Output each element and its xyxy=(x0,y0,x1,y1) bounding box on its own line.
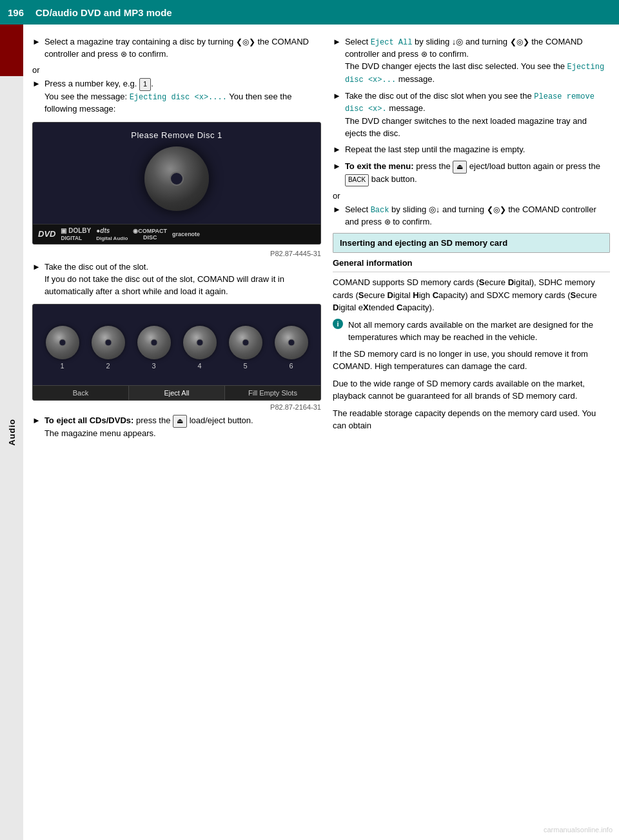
right-bullet-4: ► To exit the menu: press the ⏏ eject/lo… xyxy=(333,161,610,186)
or-line-1: or xyxy=(32,65,321,75)
general-info-para1: COMAND supports SD memory cards (Secure … xyxy=(333,276,610,314)
left-column: ► Select a magazine tray containing a di… xyxy=(32,36,321,834)
dvd-logo-disc: ◉COMPACTDISC xyxy=(133,228,167,241)
magazine-tray-image: 1 2 3 4 5 xyxy=(32,304,321,401)
bullet-item-4: ► To eject all CDs/DVDs: press the ⏏ loa… xyxy=(32,415,321,440)
disc-small-1 xyxy=(46,326,79,359)
tray-disc-3: 3 xyxy=(137,326,171,370)
tray-back-btn[interactable]: Back xyxy=(33,386,129,400)
divider xyxy=(333,272,610,272)
right-arrow-1: ► xyxy=(333,37,341,46)
tray-disc-4: 4 xyxy=(183,326,217,370)
bullet-item-2: ► Press a number key, e.g. 1. You see th… xyxy=(32,78,321,115)
dvd-logo-gracenote: gracenote xyxy=(172,231,200,237)
bullet-text-2: Press a number key, e.g. 1. You see the … xyxy=(44,78,321,115)
right-bullet-1: ► Select Eject All by sliding ↓◎ and tur… xyxy=(333,36,610,86)
bullet-arrow-3: ► xyxy=(32,262,41,272)
dvd-screen-title: Please Remove Disc 1 xyxy=(33,123,320,140)
tray-disc-1: 1 xyxy=(46,326,79,370)
disc-num-6: 6 xyxy=(289,362,293,370)
tray-disc-2: 2 xyxy=(92,326,125,370)
bullet-arrow-2: ► xyxy=(32,79,41,88)
disc-num-4: 4 xyxy=(197,362,201,370)
right-arrow-4: ► xyxy=(333,161,341,171)
dvd-logos-bar: DVD ▣ DOLBYDIGITAL ●dtsDigital Audio ◉CO… xyxy=(33,224,320,244)
right-arrow-2: ► xyxy=(333,91,341,101)
tray-fill-empty-btn[interactable]: Fill Empty Slots xyxy=(225,386,320,400)
bullet-item-1: ► Select a magazine tray containing a di… xyxy=(32,36,321,61)
right-text-1: Select Eject All by sliding ↓◎ and turni… xyxy=(345,36,610,86)
sidebar-label: Audio xyxy=(7,419,17,446)
dvd-screen: Please Remove Disc 1 DVD ▣ DOLBYDIGITAL … xyxy=(32,122,321,245)
disc-num-2: 2 xyxy=(106,362,110,370)
sidebar: Audio xyxy=(0,25,23,840)
disc-small-4 xyxy=(183,326,217,359)
disc-small-3 xyxy=(137,326,171,359)
bullet-text-4: To eject all CDs/DVDs: press the ⏏ load/… xyxy=(44,415,253,440)
page-header: 196 CD/audio DVD and MP3 mode xyxy=(0,0,619,25)
tray-buttons-bar: Back Eject All Fill Empty Slots xyxy=(33,385,320,400)
right-arrow-5: ► xyxy=(333,205,341,214)
sidebar-marker xyxy=(0,25,23,76)
right-arrow-3: ► xyxy=(333,145,341,154)
right-bullet-5: ► Select Back by sliding ◎↓ and turning … xyxy=(333,204,610,228)
general-info-para2: If the SD memory card is no longer in us… xyxy=(333,348,610,373)
watermark: carmanualsonline.info xyxy=(544,826,613,834)
tray-disc-5: 5 xyxy=(229,326,262,370)
dvd-logo-dvd: DVD xyxy=(38,229,55,239)
right-bullet-2: ► Take the disc out of the disc slot whe… xyxy=(333,90,610,139)
disc-small-2 xyxy=(92,326,125,359)
magazine-tray-caption: P82.87-2164-31 xyxy=(32,403,321,411)
disc-num-3: 3 xyxy=(152,362,155,370)
tray-eject-all-btn[interactable]: Eject All xyxy=(129,386,225,400)
right-column: ► Select Eject All by sliding ↓◎ and tur… xyxy=(333,36,610,834)
disc-small-6 xyxy=(275,326,308,359)
bullet-item-3: ► Take the disc out of the slot. If you … xyxy=(32,261,321,298)
disc-small-5 xyxy=(229,326,262,359)
section-box-title: Inserting and ejecting an SD memory card xyxy=(340,238,507,248)
info-note: i Not all memory cards available on the … xyxy=(333,319,610,344)
bullet-arrow-4: ► xyxy=(32,415,41,425)
right-text-5: Select Back by sliding ◎↓ and turning ❮◎… xyxy=(345,204,610,228)
right-text-3: Repeat the last step until the magazine … xyxy=(345,144,525,156)
disc-num-1: 1 xyxy=(60,362,64,370)
general-info-para3: Due to the wide range of SD memory cards… xyxy=(333,377,610,403)
right-text-4: To exit the menu: press the ⏏ eject/load… xyxy=(345,161,610,186)
tray-disc-6: 6 xyxy=(275,326,308,370)
disc-num-5: 5 xyxy=(243,362,247,370)
dvd-logo-dts: ●dtsDigital Audio xyxy=(96,227,128,241)
dvd-screen-caption: P82.87-4445-31 xyxy=(32,250,321,257)
dvd-logo-dolby: ▣ DOLBYDIGITAL xyxy=(61,227,91,241)
bullet-arrow-1: ► xyxy=(32,37,41,46)
main-layout: Audio ► Select a magazine tray containin… xyxy=(0,25,619,840)
page-number: 196 xyxy=(8,7,24,18)
info-icon: i xyxy=(333,319,343,329)
info-note-text: Not all memory cards available on the ma… xyxy=(348,319,610,344)
page-title: CD/audio DVD and MP3 mode xyxy=(35,7,172,18)
or-line-2: or xyxy=(333,191,610,201)
bullet-text-3: Take the disc out of the slot. If you do… xyxy=(44,261,321,298)
disc-container xyxy=(33,146,320,211)
bullet-text-1: Select a magazine tray containing a disc… xyxy=(44,36,321,61)
section-box: Inserting and ejecting an SD memory card xyxy=(333,233,610,253)
tray-discs: 1 2 3 4 5 xyxy=(33,305,320,385)
main-content: ► Select a magazine tray containing a di… xyxy=(23,25,619,840)
general-info-title: General information xyxy=(333,258,610,268)
general-info-para4: The readable storage capacity depends on… xyxy=(333,407,610,432)
right-bullet-3: ► Repeat the last step until the magazin… xyxy=(333,144,610,156)
right-text-2: Take the disc out of the disc slot when … xyxy=(345,90,610,139)
disc-image-big xyxy=(144,146,209,211)
